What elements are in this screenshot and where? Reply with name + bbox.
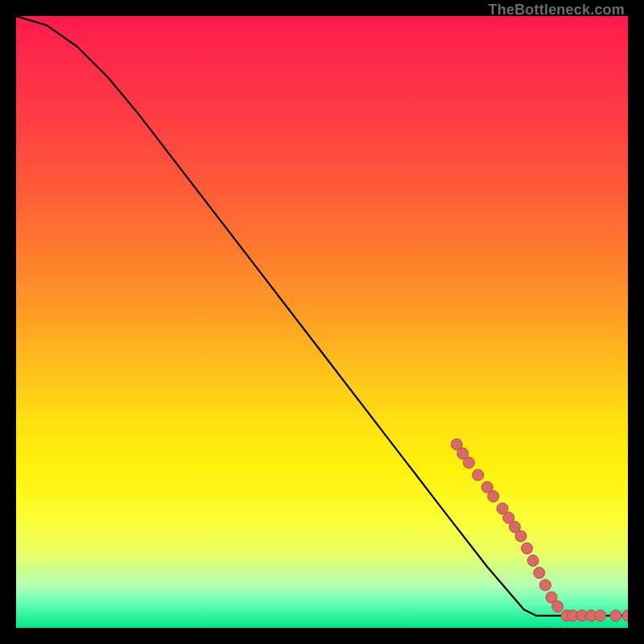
data-point bbox=[463, 457, 474, 469]
data-point bbox=[622, 610, 628, 621]
data-point bbox=[534, 568, 545, 579]
data-point bbox=[488, 491, 499, 502]
data-point bbox=[552, 601, 564, 612]
highlighted-points-group bbox=[451, 439, 628, 621]
data-point bbox=[595, 610, 606, 621]
data-point bbox=[515, 530, 526, 542]
chart-overlay bbox=[16, 16, 628, 628]
bottleneck-curve bbox=[16, 16, 628, 616]
data-point bbox=[522, 543, 533, 554]
chart-frame: TheBottleneck.com bbox=[16, 16, 628, 628]
data-point bbox=[539, 580, 551, 591]
data-point bbox=[610, 610, 621, 621]
data-point bbox=[473, 469, 484, 481]
data-point bbox=[527, 555, 539, 566]
